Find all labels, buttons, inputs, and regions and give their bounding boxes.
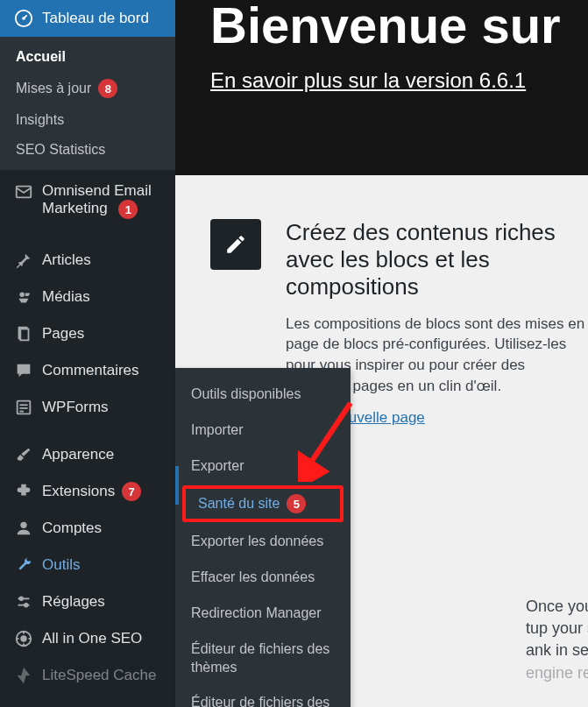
seo-guide-panel: Once you tup your site ank in search eng… <box>526 596 588 707</box>
menu-label: Articles <box>42 251 91 269</box>
menu-settings[interactable]: Réglages <box>0 583 175 620</box>
svg-rect-5 <box>20 329 28 341</box>
menu-tools[interactable]: Outils <box>0 547 175 583</box>
svg-point-1 <box>22 17 25 20</box>
pencil-box <box>210 219 261 270</box>
menu-extensions[interactable]: Extensions 7 <box>0 473 175 510</box>
menu-label: Commentaires <box>42 362 139 379</box>
menu-articles[interactable]: Articles <box>0 242 175 279</box>
menu-label: Réglages <box>42 593 105 611</box>
plugin-icon <box>14 482 33 501</box>
mail-icon <box>14 182 33 201</box>
menu-label: Médias <box>42 288 90 306</box>
menu-omnisend[interactable]: Omnisend Email Marketing 1 <box>0 170 175 231</box>
menu-label: Outils <box>42 556 80 574</box>
menu-pages[interactable]: Pages <box>0 315 175 352</box>
welcome-hero: Bienvenue sur En savoir plus sur la vers… <box>175 0 588 175</box>
comment-icon <box>14 361 33 380</box>
flyout-importer[interactable]: Importer <box>175 413 351 449</box>
flyout-redirection[interactable]: Redirection Manager <box>175 596 351 632</box>
litespeed-icon <box>14 666 33 685</box>
guide-line-2: tup your site <box>526 618 588 640</box>
menu-comments[interactable]: Commentaires <box>0 352 175 389</box>
svg-point-14 <box>19 597 23 601</box>
flyout-exporter[interactable]: Exporter <box>175 449 351 484</box>
tools-flyout: Outils disponibles Importer Exporter San… <box>175 368 351 707</box>
svg-point-3 <box>19 293 25 298</box>
menu-dashboard[interactable]: Tableau de bord <box>0 0 175 37</box>
menu-label: Extensions <box>42 483 115 500</box>
settings-icon <box>14 592 33 612</box>
submenu-seo[interactable]: SEO Statistics <box>0 135 175 165</box>
dashboard-icon <box>14 9 33 28</box>
guide-line-3: ank in search <box>526 640 588 661</box>
pencil-icon <box>224 233 247 256</box>
sante-badge: 5 <box>287 494 306 513</box>
submenu-label: Mises à jour <box>16 81 91 96</box>
svg-point-17 <box>21 637 26 642</box>
welcome-heading: Créez des contenus riches avec les blocs… <box>286 219 588 301</box>
flyout-sante-du-site[interactable]: Santé du site 5 <box>182 485 344 522</box>
svg-point-15 <box>25 604 28 607</box>
hero-version-link[interactable]: En savoir plus sur la version 6.6.1 <box>210 68 526 93</box>
extensions-badge: 7 <box>122 482 141 501</box>
flyout-edit-themes[interactable]: Éditeur de fichiers des thèmes <box>175 632 351 686</box>
flyout-outils-disponibles[interactable]: Outils disponibles <box>175 377 351 413</box>
menu-label: Comptes <box>42 520 102 537</box>
user-icon <box>14 519 33 538</box>
svg-point-11 <box>20 522 26 528</box>
menu-appearance[interactable]: Apparence <box>0 436 175 473</box>
menu-label: Tableau de bord <box>42 10 149 27</box>
form-icon <box>14 398 33 417</box>
menu-wpforms[interactable]: WPForms <box>0 389 175 426</box>
aioseo-icon <box>14 629 33 648</box>
menu-label: Omnisend Email Marketing 1 <box>42 182 166 219</box>
menu-label: LiteSpeed Cache <box>42 667 156 684</box>
menu-label: WPForms <box>42 399 109 416</box>
menu-users[interactable]: Comptes <box>0 510 175 547</box>
menu-aioseo[interactable]: All in One SEO <box>0 620 175 657</box>
admin-sidebar: Tableau de bord Accueil Mises à jour 8 I… <box>0 0 175 707</box>
submenu-dashboard: Accueil Mises à jour 8 Insights SEO Stat… <box>0 37 175 170</box>
submenu-updates[interactable]: Mises à jour 8 <box>0 72 175 105</box>
guide-line-1: Once you <box>526 596 588 618</box>
page-icon <box>14 324 33 343</box>
hero-title: Bienvenue sur <box>210 0 588 51</box>
flyout-effacer-donnees[interactable]: Effacer les données <box>175 560 351 596</box>
brush-icon <box>14 445 33 464</box>
menu-label: All in One SEO <box>42 630 142 647</box>
menu-media[interactable]: Médias <box>0 279 175 315</box>
pin-icon <box>14 251 33 270</box>
tools-icon <box>14 555 33 575</box>
menu-label: Apparence <box>42 446 114 463</box>
menu-litespeed[interactable]: LiteSpeed Cache <box>0 657 175 694</box>
flyout-edit-extensions[interactable]: Éditeur de fichiers des extensions <box>175 685 351 707</box>
flyout-exporter-donnees[interactable]: Exporter les données <box>175 524 351 560</box>
submenu-accueil[interactable]: Accueil <box>0 42 175 72</box>
omnisend-badge: 1 <box>118 200 138 219</box>
submenu-insights[interactable]: Insights <box>0 105 175 135</box>
menu-label: Pages <box>42 325 84 343</box>
flyout-label: Santé du site <box>198 496 280 512</box>
update-badge: 8 <box>98 79 117 98</box>
guide-line-4: engine results! <box>526 662 588 684</box>
media-icon <box>14 287 33 307</box>
